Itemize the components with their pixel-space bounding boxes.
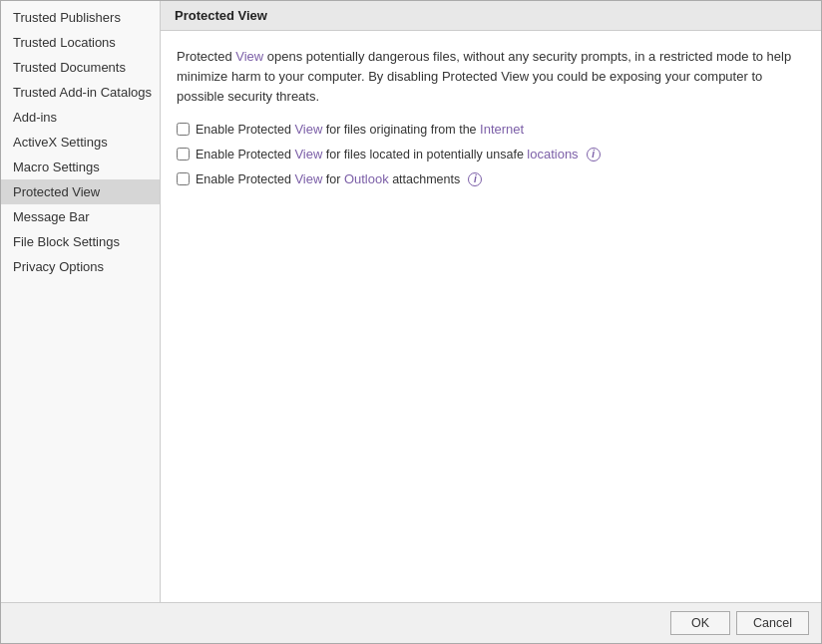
desc-after: opens potentially dangerous files, witho… xyxy=(177,49,791,104)
trust-center-dialog: Trusted PublishersTrusted LocationsTrust… xyxy=(0,0,822,644)
view-link-1: View xyxy=(294,122,322,137)
sidebar-item-privacy-options[interactable]: Privacy Options xyxy=(1,254,160,279)
label-unsafe[interactable]: Enable Protected View for files located … xyxy=(196,147,579,161)
locations-link: locations xyxy=(527,147,578,161)
sidebar-item-trusted-publishers[interactable]: Trusted Publishers xyxy=(1,5,160,30)
view-link-2: View xyxy=(294,147,322,161)
sidebar-item-protected-view[interactable]: Protected View xyxy=(1,179,160,204)
internet-link: Internet xyxy=(480,122,524,137)
outlook-link: Outlook xyxy=(344,171,389,186)
description-text: Protected View opens potentially dangero… xyxy=(177,47,805,106)
section-title: Protected View xyxy=(161,1,821,31)
desc-before: Protected xyxy=(177,49,235,64)
info-icon-unsafe[interactable]: i xyxy=(587,148,601,161)
view-link-3: View xyxy=(294,171,322,186)
checkbox-row-outlook: Enable Protected View for Outlook attach… xyxy=(177,171,805,186)
checkbox-row-unsafe: Enable Protected View for files located … xyxy=(177,147,805,161)
label-outlook[interactable]: Enable Protected View for Outlook attach… xyxy=(196,171,460,186)
checkbox-outlook[interactable] xyxy=(177,172,190,185)
ok-button[interactable]: OK xyxy=(670,611,730,635)
label-internet[interactable]: Enable Protected View for files originat… xyxy=(196,122,524,137)
sidebar-item-macro-settings[interactable]: Macro Settings xyxy=(1,155,160,179)
sidebar-item-message-bar[interactable]: Message Bar xyxy=(1,204,160,229)
sidebar-item-trusted-documents[interactable]: Trusted Documents xyxy=(1,55,160,80)
checkbox-row-internet: Enable Protected View for files originat… xyxy=(177,122,805,137)
sidebar-item-trusted-add-in-catalogs[interactable]: Trusted Add-in Catalogs xyxy=(1,80,160,105)
dialog-body: Trusted PublishersTrusted LocationsTrust… xyxy=(1,1,821,602)
info-icon-outlook[interactable]: i xyxy=(468,172,482,186)
sidebar-item-file-block-settings[interactable]: File Block Settings xyxy=(1,229,160,254)
content-area: Protected View opens potentially dangero… xyxy=(161,43,821,212)
sidebar-item-activex-settings[interactable]: ActiveX Settings xyxy=(1,130,160,155)
desc-link: View xyxy=(235,49,263,64)
dialog-footer: OK Cancel xyxy=(1,602,821,643)
checkbox-internet[interactable] xyxy=(177,123,190,136)
main-content: Protected View Protected View opens pote… xyxy=(161,1,821,602)
sidebar-item-trusted-locations[interactable]: Trusted Locations xyxy=(1,30,160,55)
sidebar: Trusted PublishersTrusted LocationsTrust… xyxy=(1,1,161,602)
checkbox-unsafe-locations[interactable] xyxy=(177,148,190,161)
sidebar-item-add-ins[interactable]: Add-ins xyxy=(1,105,160,130)
cancel-button[interactable]: Cancel xyxy=(736,611,809,635)
